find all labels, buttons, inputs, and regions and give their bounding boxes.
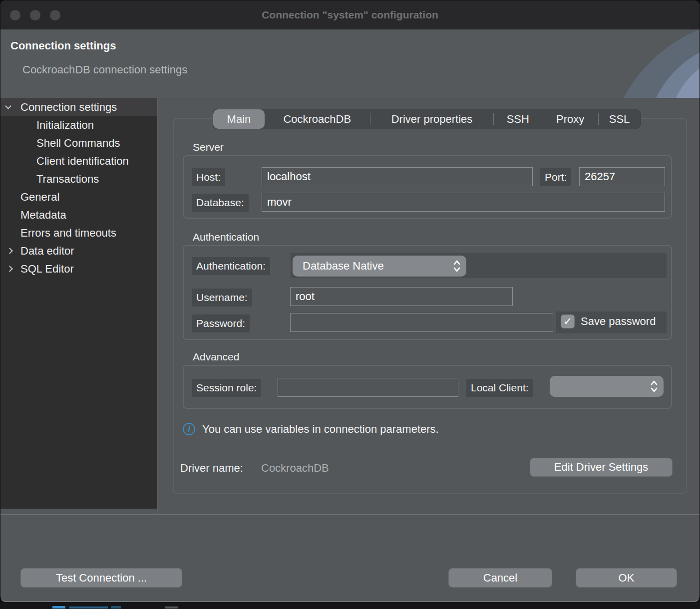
dialog-header: Connection settings CockroachDB connecti… xyxy=(0,29,700,98)
screen: Connection "system" configuration Connec… xyxy=(0,0,700,609)
sidebar-item-client-identification[interactable]: Client identification xyxy=(0,152,157,170)
session-role-label: Session role: xyxy=(192,379,261,397)
background-fragment xyxy=(69,607,108,609)
chevron-right-icon[interactable] xyxy=(6,266,13,272)
username-input[interactable] xyxy=(290,287,513,306)
connection-tabbar: Main CockroachDB Driver properties SSH P… xyxy=(213,109,641,129)
background-fragment xyxy=(165,607,178,609)
local-client-select[interactable] xyxy=(550,376,664,397)
save-password-checkbox[interactable]: ✓ xyxy=(561,314,575,328)
settings-tree: Connection settings Initialization Shell… xyxy=(0,98,157,509)
sidebar-item-general[interactable]: General xyxy=(0,188,157,206)
tab-ssh[interactable]: SSH xyxy=(494,109,542,129)
page-title: Connection settings xyxy=(10,39,116,52)
chevron-right-icon[interactable] xyxy=(6,248,13,254)
host-label: Host: xyxy=(192,168,225,186)
tab-ssl[interactable]: SSL xyxy=(599,109,640,129)
background-fragment xyxy=(111,606,121,609)
footer-divider xyxy=(0,514,700,515)
database-input[interactable] xyxy=(262,193,665,212)
sidebar-item-label: Connection settings xyxy=(20,98,117,116)
server-group-label: Server xyxy=(193,141,224,153)
port-label: Port: xyxy=(540,168,571,186)
edit-driver-settings-button[interactable]: Edit Driver Settings xyxy=(530,458,673,477)
save-password-label: Save password xyxy=(581,315,656,327)
sidebar-divider xyxy=(157,98,158,514)
driver-name-label: Driver name: xyxy=(180,462,243,475)
username-label: Username: xyxy=(192,289,252,306)
sidebar-item-label: Shell Commands xyxy=(36,134,120,152)
up-down-chevrons-icon xyxy=(453,260,460,273)
sidebar-item-transactions[interactable]: Transactions xyxy=(0,170,157,188)
advanced-group-label: Advanced xyxy=(193,351,239,363)
tab-proxy[interactable]: Proxy xyxy=(542,109,598,129)
background-window-strip xyxy=(0,602,700,609)
host-input[interactable] xyxy=(262,167,533,186)
chevron-down-icon[interactable] xyxy=(5,103,11,109)
up-down-chevrons-icon xyxy=(651,380,658,393)
sidebar-item-label: Initialization xyxy=(36,116,94,134)
window-titlebar: Connection "system" configuration xyxy=(0,0,700,29)
sidebar-item-errors-and-timeouts[interactable]: Errors and timeouts xyxy=(0,224,157,242)
variables-hint-text: You can use variables in connection para… xyxy=(202,423,439,436)
authentication-select[interactable]: Database Native xyxy=(293,256,466,277)
connection-dialog: Connection "system" configuration Connec… xyxy=(0,0,700,602)
tab-cockroachdb[interactable]: CockroachDB xyxy=(265,109,370,129)
port-input[interactable] xyxy=(579,167,665,186)
background-fragment xyxy=(52,606,65,609)
save-password-label-clip: Save password xyxy=(581,314,667,328)
page-subtitle: CockroachDB connection settings xyxy=(22,63,187,76)
authentication-label: Authentication: xyxy=(192,257,270,275)
password-label: Password: xyxy=(192,314,250,332)
sidebar-item-connection-settings[interactable]: Connection settings xyxy=(0,98,157,116)
sidebar-item-label: SQL Editor xyxy=(20,260,74,278)
test-connection-button[interactable]: Test Connection ... xyxy=(20,568,182,588)
decorative-swoosh xyxy=(549,29,700,98)
sidebar-item-label: Errors and timeouts xyxy=(20,224,116,242)
authentication-select-value: Database Native xyxy=(303,260,384,273)
sidebar-item-label: Metadata xyxy=(20,206,66,224)
sidebar-item-metadata[interactable]: Metadata xyxy=(0,206,157,224)
tab-driver-properties[interactable]: Driver properties xyxy=(370,109,494,129)
sidebar-item-label: General xyxy=(20,188,59,206)
sidebar-item-shell-commands[interactable]: Shell Commands xyxy=(0,134,157,152)
driver-name-value: CockroachDB xyxy=(261,462,329,475)
sidebar-item-sql-editor[interactable]: SQL Editor xyxy=(0,260,157,278)
session-role-input[interactable] xyxy=(278,378,458,397)
sidebar-item-label: Data editor xyxy=(20,242,74,260)
sidebar-item-label: Transactions xyxy=(36,170,99,188)
cancel-button[interactable]: Cancel xyxy=(448,568,552,588)
database-label: Database: xyxy=(192,194,249,212)
authentication-group-label: Authentication xyxy=(193,231,259,243)
window-title: Connection "system" configuration xyxy=(0,0,700,29)
sidebar-item-label: Client identification xyxy=(36,152,129,170)
sidebar-item-data-editor[interactable]: Data editor xyxy=(0,242,157,260)
sidebar-item-initialization[interactable]: Initialization xyxy=(0,116,157,134)
info-icon: i xyxy=(183,423,195,435)
password-input[interactable] xyxy=(290,313,553,332)
ok-button[interactable]: OK xyxy=(576,568,677,588)
tab-main[interactable]: Main xyxy=(213,109,265,129)
local-client-label: Local Client: xyxy=(466,379,533,397)
